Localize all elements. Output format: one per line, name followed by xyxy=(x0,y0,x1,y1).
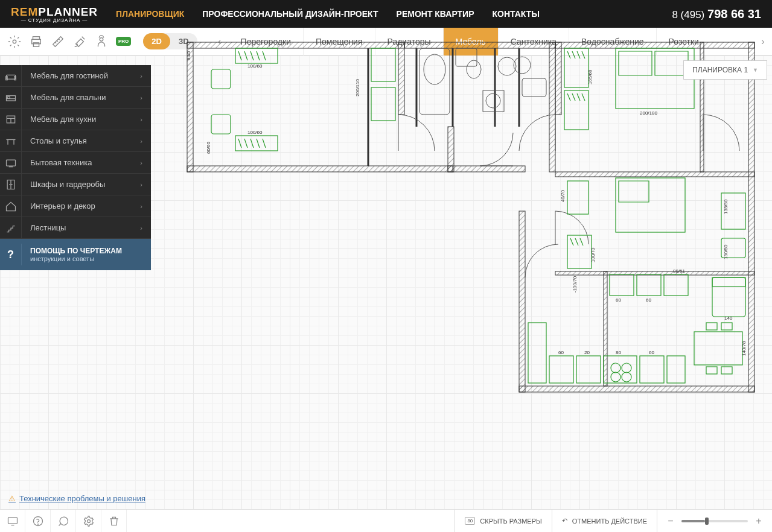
svg-point-74 xyxy=(622,372,631,382)
settings-icon[interactable] xyxy=(76,510,101,533)
svg-rect-7 xyxy=(187,42,193,172)
svg-rect-66 xyxy=(549,356,573,383)
svg-point-0 xyxy=(13,40,16,43)
sidebar-help[interactable]: ? ПОМОЩЬ ПО ЧЕРТЕЖАМ инструкции и советы xyxy=(0,239,151,270)
sidebar-item-tables-chairs[interactable]: Столы и стулья › xyxy=(0,130,151,152)
svg-rect-56 xyxy=(712,277,745,317)
svg-text:200/110: 200/110 xyxy=(355,79,360,97)
svg-text:200/180: 200/180 xyxy=(640,110,657,116)
hide-sizes-label: СКРЫТЬ РАЗМЕРЫ xyxy=(480,518,541,525)
logo-rem: REM xyxy=(11,5,38,18)
nav-renovation[interactable]: РЕМОНТ КВАРТИР xyxy=(397,9,474,19)
zoom-in-button[interactable]: + xyxy=(754,516,764,527)
svg-rect-67 xyxy=(576,356,601,383)
svg-point-119 xyxy=(87,519,90,522)
nav-planner[interactable]: ПЛАНИРОВЩИК xyxy=(116,9,184,19)
sidebar-help-text: ПОМОЩЬ ПО ЧЕРТЕЖАМ инструкции и советы xyxy=(22,247,122,262)
zoom-thumb[interactable] xyxy=(705,518,709,525)
svg-rect-22 xyxy=(604,271,607,386)
svg-point-37 xyxy=(498,57,516,75)
svg-rect-33 xyxy=(419,48,450,115)
house-icon xyxy=(0,195,22,217)
zoom-slider[interactable] xyxy=(681,520,748,522)
tv-icon xyxy=(0,152,22,174)
svg-point-36 xyxy=(467,60,481,78)
phone-prefix: 8 (495) xyxy=(672,9,707,21)
svg-point-72 xyxy=(622,363,631,373)
logo-subtitle: СТУДИЯ ДИЗАЙНА xyxy=(11,17,98,23)
svg-point-71 xyxy=(611,363,620,373)
sidebar-label: Лестницы xyxy=(22,223,140,232)
undo-label: ОТМЕНИТЬ ДЕЙСТВИЕ xyxy=(572,518,647,525)
print-icon[interactable] xyxy=(29,34,43,49)
svg-rect-58 xyxy=(610,274,634,296)
svg-rect-49 xyxy=(564,48,589,87)
svg-text:60: 60 xyxy=(558,350,564,355)
svg-rect-19 xyxy=(555,172,754,177)
sidebar-item-bedroom[interactable]: Мебель для спальни › xyxy=(0,87,151,109)
svg-rect-50 xyxy=(564,90,589,130)
sidebar-item-kitchen[interactable]: Мебель для кухни › xyxy=(0,109,151,130)
tools-icon[interactable] xyxy=(72,34,87,49)
undo-button[interactable]: ↶ ОТМЕНИТЬ ДЕЙСТВИЕ xyxy=(552,510,657,532)
sidebar-item-interior-decor[interactable]: Интерьер и декор › xyxy=(0,195,151,217)
ruler-icon[interactable] xyxy=(51,34,65,49)
svg-rect-75 xyxy=(528,323,546,383)
svg-rect-43 xyxy=(235,136,278,151)
sidebar-item-living-room[interactable]: Мебель для гостиной › xyxy=(0,65,151,87)
view-2d-button[interactable]: 2D xyxy=(143,33,170,49)
svg-text:130/50: 130/50 xyxy=(723,244,729,259)
sidebar-label: Мебель для гостиной xyxy=(22,71,140,80)
svg-rect-6 xyxy=(187,42,404,48)
sidebar-item-appliances[interactable]: Бытовая техника › xyxy=(0,152,151,174)
svg-text:100/60: 100/60 xyxy=(247,130,263,135)
svg-point-113 xyxy=(9,184,10,185)
svg-rect-61 xyxy=(694,332,742,365)
svg-rect-51 xyxy=(616,178,685,232)
svg-rect-52 xyxy=(567,181,589,214)
monitor-icon[interactable] xyxy=(0,510,25,533)
svg-rect-60 xyxy=(664,274,688,296)
svg-rect-109 xyxy=(6,160,15,166)
svg-rect-47 xyxy=(371,87,395,121)
svg-rect-70 xyxy=(667,356,685,383)
pro-badge[interactable]: PRO xyxy=(116,37,131,46)
trash-icon[interactable] xyxy=(101,510,127,533)
svg-point-34 xyxy=(424,54,445,84)
svg-text:100/70: 100/70 xyxy=(590,247,596,262)
worker-icon[interactable] xyxy=(94,34,109,49)
nav-contacts[interactable]: КОНТАКТЫ xyxy=(493,9,540,19)
svg-rect-3 xyxy=(33,42,39,46)
layout-dropdown[interactable]: ПЛАНИРОВКА 1 ▼ xyxy=(683,60,767,80)
sidebar-item-wardrobes[interactable]: Шкафы и гардеробы › xyxy=(0,174,151,195)
svg-text:100/60: 100/60 xyxy=(247,63,263,69)
nav-design-project[interactable]: ПРОФЕССИОНАЛЬНЫЙ ДИЗАЙН-ПРОЕКТ xyxy=(202,9,378,19)
floor-plan[interactable]: 94/5 200/110 100/60 60/60 100/60 165/68 … xyxy=(181,36,764,404)
svg-rect-64 xyxy=(706,367,717,374)
chevron-right-icon: › xyxy=(140,224,151,232)
phone-main: 798 66 31 xyxy=(707,7,761,21)
svg-rect-12 xyxy=(555,42,754,48)
svg-rect-11 xyxy=(549,42,555,172)
zoom-out-button[interactable]: − xyxy=(666,516,675,527)
technical-problems-link[interactable]: ⚠ Технические проблемы и решения xyxy=(8,494,145,503)
svg-rect-15 xyxy=(519,386,754,392)
svg-rect-13 xyxy=(748,42,754,392)
stairs-icon xyxy=(0,217,22,239)
logo[interactable]: REMPLANNER СТУДИЯ ДИЗАЙНА xyxy=(11,5,98,23)
svg-rect-16 xyxy=(519,211,525,392)
phone-number[interactable]: 8 (495) 798 66 31 xyxy=(672,7,761,21)
help-icon[interactable] xyxy=(25,510,51,533)
svg-rect-45 xyxy=(211,115,231,134)
comment-icon[interactable] xyxy=(51,510,76,533)
svg-point-39 xyxy=(486,93,500,108)
question-icon: ? xyxy=(0,244,22,265)
svg-text:94/5: 94/5 xyxy=(186,51,191,60)
settings-gear-icon[interactable] xyxy=(7,34,22,49)
sidebar-item-stairs[interactable]: Лестницы › xyxy=(0,217,151,239)
hide-sizes-button[interactable]: 80 СКРЫТЬ РАЗМЕРЫ xyxy=(455,510,551,532)
svg-text:-100/70: -100/70 xyxy=(572,276,578,293)
svg-rect-57 xyxy=(712,277,745,287)
svg-rect-8 xyxy=(187,166,453,172)
chevron-right-icon: › xyxy=(140,138,151,145)
